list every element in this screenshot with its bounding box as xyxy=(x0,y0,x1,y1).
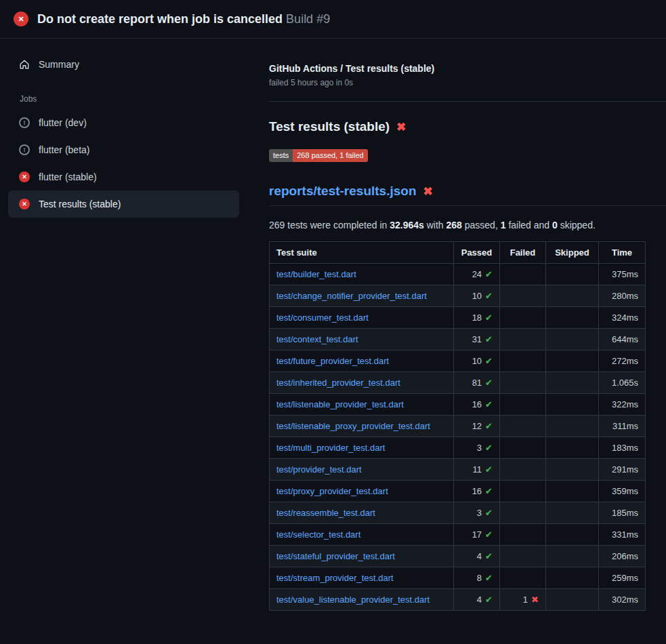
time-cell: 280ms xyxy=(599,285,646,307)
skipped-cell xyxy=(546,416,599,437)
suite-link[interactable]: test/proxy_provider_test.dart xyxy=(276,486,388,496)
suite-link[interactable]: test/reassemble_test.dart xyxy=(276,508,375,518)
table-row: test/provider_test.dart 11✔ 291ms xyxy=(270,459,646,481)
skipped-cell xyxy=(546,285,599,307)
suite-link[interactable]: test/listenable_proxy_provider_test.dart xyxy=(276,421,430,431)
passed-cell: 8✔ xyxy=(454,567,500,589)
summary-text: 269 tests were completed in xyxy=(269,220,390,230)
passed-count: 16 xyxy=(472,486,482,496)
failed-status-icon: ✕ xyxy=(19,199,30,209)
check-icon: ✔ xyxy=(485,573,493,583)
skipped-cell xyxy=(546,307,599,329)
failed-cell xyxy=(500,264,546,285)
table-row: test/listenable_provider_test.dart 16✔ 3… xyxy=(270,394,646,416)
suite-link[interactable]: test/provider_test.dart xyxy=(276,464,362,475)
suite-link[interactable]: test/inherited_provider_test.dart xyxy=(276,378,400,388)
suite-link[interactable]: test/stream_provider_test.dart xyxy=(276,573,394,583)
passed-count: 3 xyxy=(477,508,482,518)
header-failed: Failed xyxy=(500,242,546,264)
tests-badge-label: tests xyxy=(269,149,293,162)
report-link[interactable]: reports/test-results.json xyxy=(269,184,417,199)
page-layout: Summary Jobs ! flutter (dev) ! flutter (… xyxy=(0,39,666,611)
check-icon: ✔ xyxy=(485,399,493,409)
check-icon: ✔ xyxy=(485,529,493,540)
skipped-cell xyxy=(546,567,599,589)
suite-link[interactable]: test/builder_test.dart xyxy=(276,269,356,279)
test-summary: 269 tests were completed in 32.964s with… xyxy=(269,220,666,230)
check-icon: ✔ xyxy=(485,334,493,344)
passed-cell: 16✔ xyxy=(454,394,500,416)
check-icon: ✔ xyxy=(485,313,493,323)
passed-cell: 17✔ xyxy=(454,524,500,546)
sidebar-job-item[interactable]: ! flutter (beta) xyxy=(8,136,239,163)
sidebar-item-summary[interactable]: Summary xyxy=(8,51,239,78)
passed-cell: 3✔ xyxy=(454,437,500,459)
time-cell: 259ms xyxy=(599,567,646,589)
passed-cell: 31✔ xyxy=(454,329,500,350)
header-test-suite: Test suite xyxy=(270,242,454,264)
check-icon: ✔ xyxy=(485,508,493,518)
failed-cell xyxy=(500,372,546,394)
suite-link[interactable]: test/stateful_provider_test.dart xyxy=(276,551,395,561)
passed-cell: 4✔ xyxy=(454,546,500,567)
divider xyxy=(269,101,666,102)
failed-cell xyxy=(500,350,546,372)
breadcrumb: GitHub Actions / Test results (stable) xyxy=(269,63,666,74)
suite-link[interactable]: test/change_notifier_provider_test.dart xyxy=(276,291,427,301)
time-cell: 272ms xyxy=(599,350,646,372)
check-icon: ✔ xyxy=(485,291,493,301)
suite-link[interactable]: test/value_listenable_provider_test.dart xyxy=(276,595,430,605)
time-cell: 359ms xyxy=(599,481,646,502)
passed-count: 24 xyxy=(472,269,482,279)
check-icon: ✔ xyxy=(485,551,493,561)
passed-cell: 18✔ xyxy=(454,307,500,329)
suite-link[interactable]: test/context_test.dart xyxy=(276,334,358,344)
suite-link[interactable]: test/listenable_provider_test.dart xyxy=(276,399,404,409)
suite-link[interactable]: test/selector_test.dart xyxy=(276,529,360,540)
build-header: ✕ Do not create report when job is cance… xyxy=(0,0,666,39)
table-row: test/proxy_provider_test.dart 16✔ 359ms xyxy=(270,481,646,502)
suite-link[interactable]: test/multi_provider_test.dart xyxy=(276,443,385,453)
passed-cell: 10✔ xyxy=(454,350,500,372)
tests-badge-value: 268 passed, 1 failed xyxy=(293,149,367,162)
passed-count: 81 xyxy=(472,378,482,388)
summary-text: with xyxy=(424,220,446,230)
passed-cell: 24✔ xyxy=(454,264,500,285)
failed-cell xyxy=(500,481,546,502)
table-row: test/value_listenable_provider_test.dart… xyxy=(270,589,646,611)
sidebar-job-item[interactable]: ✕ Test results (stable) xyxy=(8,190,239,218)
failed-x-icon: ✖ xyxy=(423,186,433,197)
sidebar: Summary Jobs ! flutter (dev) ! flutter (… xyxy=(0,39,247,218)
cross-icon: ✖ xyxy=(531,595,539,605)
check-icon: ✔ xyxy=(485,421,493,431)
skipped-cell xyxy=(546,589,599,611)
failed-cell xyxy=(500,329,546,350)
failed-cell xyxy=(500,416,546,437)
failed-cell xyxy=(500,524,546,546)
check-icon: ✔ xyxy=(485,486,493,496)
table-row: test/multi_provider_test.dart 3✔ 183ms xyxy=(270,437,646,459)
table-row: test/future_provider_test.dart 10✔ 272ms xyxy=(270,350,646,372)
build-title-text: Do not create report when job is cancell… xyxy=(37,12,283,26)
failed-cell xyxy=(500,394,546,416)
sidebar-job-item[interactable]: ✕ flutter (stable) xyxy=(8,163,239,190)
check-icon: ✔ xyxy=(485,443,493,453)
job-label: flutter (beta) xyxy=(39,144,89,155)
results-table-body: test/builder_test.dart 24✔ 375ms test/ch… xyxy=(270,264,646,611)
time-cell: 324ms xyxy=(599,307,646,329)
passed-count: 18 xyxy=(472,313,482,323)
failed-cell xyxy=(500,285,546,307)
passed-count: 12 xyxy=(472,421,482,431)
failed-cell xyxy=(500,437,546,459)
suite-link[interactable]: test/consumer_test.dart xyxy=(276,313,369,323)
sidebar-job-item[interactable]: ! flutter (dev) xyxy=(8,109,239,136)
suite-link[interactable]: test/future_provider_test.dart xyxy=(276,356,389,366)
skipped-cell xyxy=(546,264,599,285)
table-row: test/inherited_provider_test.dart 81✔ 1.… xyxy=(270,372,646,394)
job-label: flutter (dev) xyxy=(39,117,87,128)
passed-count: 17 xyxy=(472,529,482,540)
passed-count: 31 xyxy=(472,334,482,344)
summary-duration: 32.964s xyxy=(390,220,424,230)
table-row: test/change_notifier_provider_test.dart … xyxy=(270,285,646,307)
table-row: test/reassemble_test.dart 3✔ 185ms xyxy=(270,502,646,524)
